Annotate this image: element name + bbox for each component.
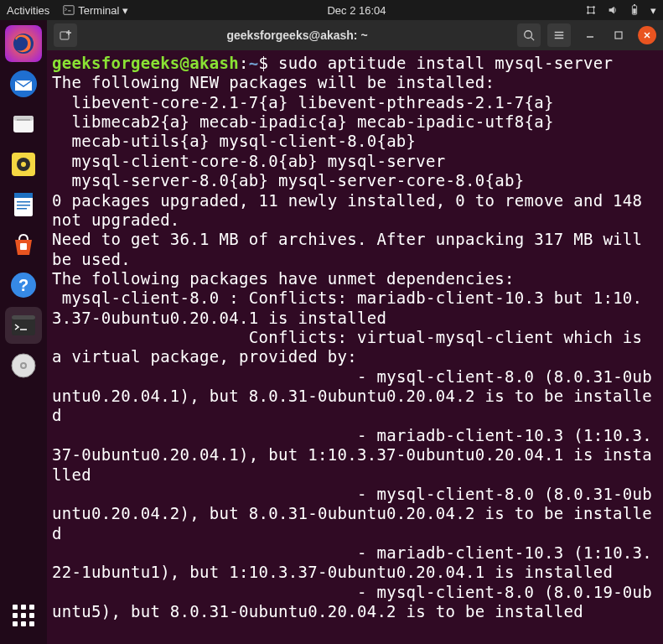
thunderbird-icon [8, 69, 39, 99]
svg-rect-32 [615, 32, 622, 39]
dock-thunderbird[interactable] [5, 65, 42, 102]
firefox-icon [10, 30, 37, 57]
volume-icon [607, 4, 619, 16]
dock-rhythmbox[interactable] [5, 146, 42, 183]
maximize-icon [614, 31, 623, 39]
terminal-window: geeksforgeeks@akash: ~ geeksforgeeks@aka… [47, 20, 663, 644]
files-icon [8, 109, 39, 139]
dock-software[interactable] [5, 226, 42, 263]
svg-rect-25 [12, 315, 35, 319]
svg-rect-7 [634, 4, 635, 6]
close-icon [643, 31, 651, 39]
svg-rect-20 [17, 208, 27, 210]
window-title: geeksforgeeks@akash: ~ [84, 29, 510, 42]
search-button[interactable] [517, 23, 541, 47]
system-tray[interactable]: ▾ [585, 4, 656, 17]
svg-point-31 [525, 31, 532, 39]
new-tab-icon [59, 29, 72, 42]
terminal-icon [63, 4, 75, 16]
minimize-icon [586, 31, 594, 39]
network-icon [585, 4, 597, 16]
svg-rect-18 [17, 201, 30, 203]
software-icon [8, 230, 39, 260]
help-icon: ? [8, 270, 39, 300]
command-text: sudo aptitude install mysql-server [278, 54, 613, 72]
dock-help[interactable]: ? [5, 267, 42, 304]
prompt-symbol: $ [259, 54, 269, 72]
activities-button[interactable]: Activities [7, 4, 49, 17]
dock: ? [0, 20, 47, 644]
svg-text:?: ? [18, 276, 28, 294]
svg-rect-21 [20, 243, 27, 250]
close-button[interactable] [638, 26, 656, 44]
chevron-down-icon: ▾ [650, 4, 656, 17]
svg-rect-19 [17, 205, 30, 206]
dock-writer[interactable] [5, 186, 42, 223]
app-menu[interactable]: Terminal ▾ [63, 4, 128, 17]
maximize-button[interactable] [609, 26, 628, 44]
svg-point-15 [21, 162, 26, 167]
prompt-sep: : [239, 54, 249, 72]
svg-rect-17 [14, 193, 33, 198]
disk-icon [8, 351, 39, 381]
dock-terminal[interactable] [5, 307, 42, 344]
dock-files[interactable] [5, 106, 42, 143]
svg-rect-0 [64, 6, 74, 15]
prompt-path: ~ [249, 54, 259, 72]
writer-icon [8, 190, 39, 220]
titlebar[interactable]: geeksforgeeks@akash: ~ [47, 20, 663, 50]
clock[interactable]: Dec 2 16:04 [128, 4, 585, 17]
svg-rect-12 [17, 119, 30, 121]
prompt-user: geeksforgeeks@akash [52, 54, 239, 72]
battery-icon [629, 4, 640, 16]
dock-disk[interactable] [5, 347, 42, 384]
dock-firefox[interactable] [5, 25, 42, 62]
top-panel: Activities Terminal ▾ Dec 2 16:04 ▾ [0, 0, 663, 20]
new-tab-button[interactable] [54, 23, 77, 47]
svg-point-29 [22, 364, 25, 367]
search-icon [523, 29, 535, 41]
terminal-app-icon [8, 310, 39, 340]
output-lines: The following NEW packages will be insta… [52, 73, 652, 644]
terminal-output[interactable]: geeksforgeeks@akash:~$ sudo aptitude ins… [47, 50, 663, 644]
minimize-button[interactable] [581, 26, 599, 44]
show-applications[interactable] [5, 597, 42, 634]
menu-button[interactable] [547, 23, 571, 47]
svg-rect-6 [633, 8, 636, 13]
rhythmbox-icon [8, 149, 39, 179]
hamburger-icon [553, 29, 565, 41]
